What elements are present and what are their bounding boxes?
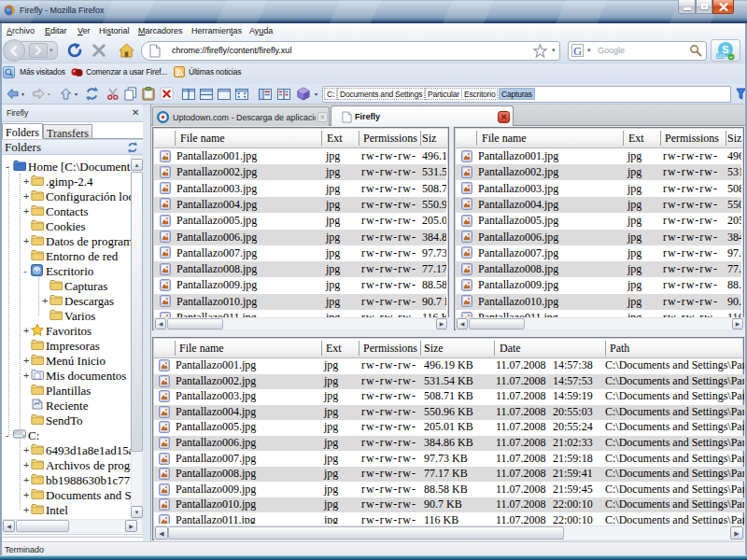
svg-text:123: 123	[716, 53, 725, 59]
